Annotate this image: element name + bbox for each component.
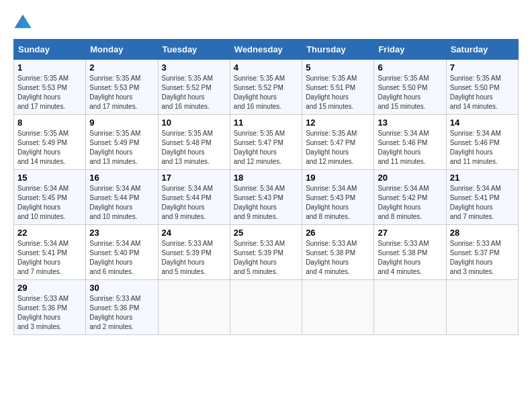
day-cell-26: 26Sunrise: 5:33 AMSunset: 5:38 PMDayligh… bbox=[302, 225, 374, 280]
day-cell-5: 5Sunrise: 5:35 AMSunset: 5:51 PMDaylight… bbox=[302, 60, 374, 115]
week-row-3: 15Sunrise: 5:34 AMSunset: 5:45 PMDayligh… bbox=[14, 170, 519, 225]
day-cell-4: 4Sunrise: 5:35 AMSunset: 5:52 PMDaylight… bbox=[230, 60, 302, 115]
day-info: Sunrise: 5:34 AMSunset: 5:43 PMDaylight … bbox=[306, 184, 370, 222]
day-info: Sunrise: 5:35 AMSunset: 5:50 PMDaylight … bbox=[450, 74, 515, 111]
day-cell-12: 12Sunrise: 5:35 AMSunset: 5:47 PMDayligh… bbox=[302, 115, 374, 170]
day-info: Sunrise: 5:34 AMSunset: 5:42 PMDaylight … bbox=[378, 184, 442, 222]
weekday-header-wednesday: Wednesday bbox=[230, 40, 302, 60]
day-cell-16: 16Sunrise: 5:34 AMSunset: 5:44 PMDayligh… bbox=[86, 170, 158, 225]
day-number: 29 bbox=[17, 283, 82, 293]
day-info: Sunrise: 5:34 AMSunset: 5:40 PMDaylight … bbox=[89, 239, 154, 277]
weekday-header-saturday: Saturday bbox=[446, 40, 518, 60]
day-cell-17: 17Sunrise: 5:34 AMSunset: 5:44 PMDayligh… bbox=[158, 170, 230, 225]
day-info: Sunrise: 5:35 AMSunset: 5:49 PMDaylight … bbox=[17, 129, 82, 167]
day-cell-9: 9Sunrise: 5:35 AMSunset: 5:49 PMDaylight… bbox=[86, 115, 158, 170]
day-cell-13: 13Sunrise: 5:34 AMSunset: 5:46 PMDayligh… bbox=[374, 115, 446, 170]
day-cell-14: 14Sunrise: 5:34 AMSunset: 5:46 PMDayligh… bbox=[446, 115, 518, 170]
weekday-header-sunday: Sunday bbox=[14, 40, 86, 60]
day-info: Sunrise: 5:33 AMSunset: 5:36 PMDaylight … bbox=[89, 294, 154, 332]
logo-icon bbox=[13, 13, 32, 32]
page-header bbox=[13, 13, 519, 32]
day-number: 12 bbox=[306, 118, 370, 128]
day-info: Sunrise: 5:35 AMSunset: 5:47 PMDaylight … bbox=[234, 129, 298, 167]
day-info: Sunrise: 5:33 AMSunset: 5:38 PMDaylight … bbox=[378, 239, 442, 277]
empty-cell bbox=[158, 280, 230, 335]
day-cell-2: 2Sunrise: 5:35 AMSunset: 5:53 PMDaylight… bbox=[86, 60, 158, 115]
day-cell-18: 18Sunrise: 5:34 AMSunset: 5:43 PMDayligh… bbox=[230, 170, 302, 225]
day-info: Sunrise: 5:34 AMSunset: 5:43 PMDaylight … bbox=[234, 184, 298, 222]
day-info: Sunrise: 5:35 AMSunset: 5:52 PMDaylight … bbox=[162, 74, 226, 111]
day-number: 17 bbox=[162, 173, 226, 183]
empty-cell bbox=[230, 280, 302, 335]
day-cell-7: 7Sunrise: 5:35 AMSunset: 5:50 PMDaylight… bbox=[446, 60, 518, 115]
day-info: Sunrise: 5:33 AMSunset: 5:39 PMDaylight … bbox=[162, 239, 226, 277]
day-cell-28: 28Sunrise: 5:33 AMSunset: 5:37 PMDayligh… bbox=[446, 225, 518, 280]
day-cell-23: 23Sunrise: 5:34 AMSunset: 5:40 PMDayligh… bbox=[86, 225, 158, 280]
day-info: Sunrise: 5:33 AMSunset: 5:38 PMDaylight … bbox=[306, 239, 370, 277]
day-cell-6: 6Sunrise: 5:35 AMSunset: 5:50 PMDaylight… bbox=[374, 60, 446, 115]
day-cell-22: 22Sunrise: 5:34 AMSunset: 5:41 PMDayligh… bbox=[14, 225, 86, 280]
empty-cell bbox=[374, 280, 446, 335]
day-number: 20 bbox=[378, 173, 442, 183]
day-number: 4 bbox=[234, 62, 298, 73]
day-info: Sunrise: 5:33 AMSunset: 5:37 PMDaylight … bbox=[450, 239, 515, 277]
day-number: 22 bbox=[17, 228, 82, 238]
day-cell-21: 21Sunrise: 5:34 AMSunset: 5:41 PMDayligh… bbox=[446, 170, 518, 225]
day-info: Sunrise: 5:35 AMSunset: 5:50 PMDaylight … bbox=[378, 74, 442, 111]
day-number: 18 bbox=[234, 173, 298, 183]
day-number: 11 bbox=[234, 118, 298, 128]
week-row-4: 22Sunrise: 5:34 AMSunset: 5:41 PMDayligh… bbox=[14, 225, 519, 280]
day-number: 28 bbox=[450, 228, 515, 238]
day-info: Sunrise: 5:34 AMSunset: 5:41 PMDaylight … bbox=[450, 184, 515, 222]
day-number: 26 bbox=[306, 228, 370, 238]
calendar-table: SundayMondayTuesdayWednesdayThursdayFrid… bbox=[13, 39, 519, 335]
day-number: 30 bbox=[89, 283, 154, 293]
day-cell-25: 25Sunrise: 5:33 AMSunset: 5:39 PMDayligh… bbox=[230, 225, 302, 280]
day-info: Sunrise: 5:34 AMSunset: 5:46 PMDaylight … bbox=[450, 129, 515, 167]
day-info: Sunrise: 5:34 AMSunset: 5:45 PMDaylight … bbox=[17, 184, 82, 222]
day-info: Sunrise: 5:35 AMSunset: 5:53 PMDaylight … bbox=[89, 74, 154, 111]
day-cell-8: 8Sunrise: 5:35 AMSunset: 5:49 PMDaylight… bbox=[14, 115, 86, 170]
day-cell-20: 20Sunrise: 5:34 AMSunset: 5:42 PMDayligh… bbox=[374, 170, 446, 225]
empty-cell bbox=[446, 280, 518, 335]
day-cell-15: 15Sunrise: 5:34 AMSunset: 5:45 PMDayligh… bbox=[14, 170, 86, 225]
day-info: Sunrise: 5:34 AMSunset: 5:44 PMDaylight … bbox=[89, 184, 154, 222]
day-number: 21 bbox=[450, 173, 515, 183]
day-number: 5 bbox=[306, 62, 370, 73]
day-number: 9 bbox=[89, 118, 154, 128]
day-number: 10 bbox=[162, 118, 226, 128]
day-cell-10: 10Sunrise: 5:35 AMSunset: 5:48 PMDayligh… bbox=[158, 115, 230, 170]
day-info: Sunrise: 5:35 AMSunset: 5:51 PMDaylight … bbox=[306, 74, 370, 111]
day-number: 2 bbox=[89, 62, 154, 73]
day-info: Sunrise: 5:35 AMSunset: 5:53 PMDaylight … bbox=[17, 74, 82, 111]
day-number: 3 bbox=[162, 62, 226, 73]
weekday-header-tuesday: Tuesday bbox=[158, 40, 230, 60]
day-number: 14 bbox=[450, 118, 515, 128]
weekday-header-thursday: Thursday bbox=[302, 40, 374, 60]
day-cell-24: 24Sunrise: 5:33 AMSunset: 5:39 PMDayligh… bbox=[158, 225, 230, 280]
weekday-header-monday: Monday bbox=[86, 40, 158, 60]
weekday-header-row: SundayMondayTuesdayWednesdayThursdayFrid… bbox=[14, 40, 519, 60]
day-number: 15 bbox=[17, 173, 82, 183]
day-info: Sunrise: 5:34 AMSunset: 5:41 PMDaylight … bbox=[17, 239, 82, 277]
day-info: Sunrise: 5:33 AMSunset: 5:36 PMDaylight … bbox=[17, 294, 82, 332]
day-number: 8 bbox=[17, 118, 82, 128]
day-cell-11: 11Sunrise: 5:35 AMSunset: 5:47 PMDayligh… bbox=[230, 115, 302, 170]
day-number: 25 bbox=[234, 228, 298, 238]
day-number: 6 bbox=[378, 62, 442, 73]
day-cell-29: 29Sunrise: 5:33 AMSunset: 5:36 PMDayligh… bbox=[14, 280, 86, 335]
day-info: Sunrise: 5:33 AMSunset: 5:39 PMDaylight … bbox=[234, 239, 298, 277]
day-number: 1 bbox=[17, 62, 82, 73]
week-row-1: 1Sunrise: 5:35 AMSunset: 5:53 PMDaylight… bbox=[14, 60, 519, 115]
day-cell-30: 30Sunrise: 5:33 AMSunset: 5:36 PMDayligh… bbox=[86, 280, 158, 335]
day-info: Sunrise: 5:35 AMSunset: 5:47 PMDaylight … bbox=[306, 129, 370, 167]
day-number: 19 bbox=[306, 173, 370, 183]
day-info: Sunrise: 5:34 AMSunset: 5:44 PMDaylight … bbox=[162, 184, 226, 222]
day-info: Sunrise: 5:34 AMSunset: 5:46 PMDaylight … bbox=[378, 129, 442, 167]
day-number: 24 bbox=[162, 228, 226, 238]
day-number: 7 bbox=[450, 62, 515, 73]
logo bbox=[13, 13, 35, 32]
day-cell-27: 27Sunrise: 5:33 AMSunset: 5:38 PMDayligh… bbox=[374, 225, 446, 280]
week-row-2: 8Sunrise: 5:35 AMSunset: 5:49 PMDaylight… bbox=[14, 115, 519, 170]
day-info: Sunrise: 5:35 AMSunset: 5:52 PMDaylight … bbox=[234, 74, 298, 111]
